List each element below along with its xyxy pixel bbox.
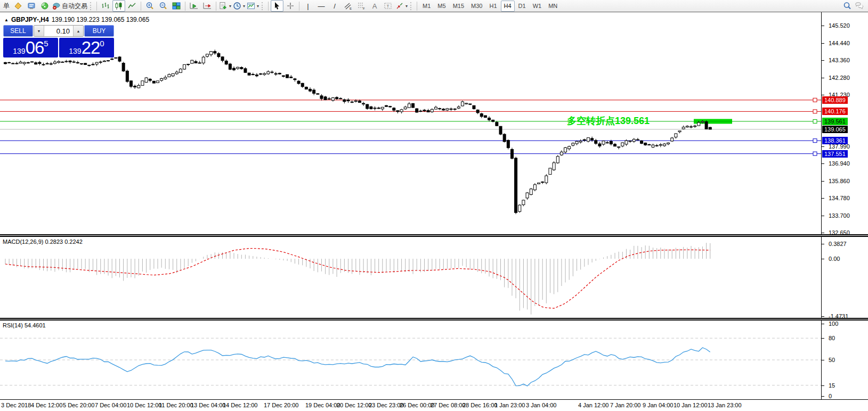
time-label: 4 Jan 12:00: [578, 402, 609, 408]
axis-tick-label: 144.440: [829, 40, 850, 46]
dropdown-caret: ▾: [243, 4, 245, 9]
rsi-line: [5, 348, 710, 386]
axis-tick-mark: [822, 324, 824, 324]
tf-mn[interactable]: MN: [545, 1, 561, 12]
tf-d1[interactable]: D1: [515, 1, 529, 12]
volume-down-button[interactable]: ▼: [34, 26, 44, 36]
autotrade-icon: [52, 2, 61, 10]
tf-w1[interactable]: W1: [530, 1, 545, 12]
axis-tick-mark: [822, 233, 824, 233]
fibonacci-tool[interactable]: F: [355, 0, 368, 12]
terminal-button[interactable]: [25, 0, 38, 12]
zoom-in-button[interactable]: [143, 0, 156, 12]
time-label: 11 Dec 20:00: [159, 402, 193, 408]
line-handle[interactable]: [813, 119, 817, 123]
auto-scroll-button[interactable]: [188, 0, 200, 12]
bar-chart-icon: [101, 2, 110, 10]
menu-fragment-label[interactable]: 单: [2, 2, 11, 11]
time-label: 7 Dec 04:00: [95, 402, 126, 408]
time-label: 1 Jan 23:00: [494, 402, 525, 408]
vertical-line-tool[interactable]: |: [302, 0, 314, 12]
tf-h1[interactable]: H1: [486, 1, 500, 12]
indicators-button[interactable]: ▾: [218, 0, 232, 12]
toolbar-grip[interactable]: [410, 2, 413, 10]
buy-button[interactable]: BUY: [84, 25, 114, 37]
cursor-button[interactable]: [271, 0, 283, 12]
buy-price-tile[interactable]: 139220: [59, 38, 114, 57]
terminal-icon: [27, 2, 36, 10]
bar-chart-button[interactable]: [99, 0, 112, 12]
chart-shift-icon: [203, 2, 212, 10]
price-tag: 137.551: [822, 150, 848, 158]
axis-tick-label: 136.940: [829, 160, 850, 167]
axis-tick-label: 134.780: [829, 195, 850, 201]
time-label: 26 Dec 00:00: [400, 402, 434, 408]
macd-signal-line: [5, 249, 710, 309]
axis-tick-mark: [822, 259, 824, 259]
toolbar-grip[interactable]: [90, 2, 93, 10]
zoom-out-icon: [159, 2, 167, 10]
trend-annotation-text[interactable]: 多空转折点139.561: [567, 114, 650, 127]
arrows-icon: [395, 2, 404, 10]
time-label: 17 Dec 20:00: [264, 402, 298, 408]
new-order-icon: [14, 2, 22, 10]
text-label-tool[interactable]: T: [382, 0, 394, 12]
rsi-chart[interactable]: [0, 320, 821, 399]
templates-button[interactable]: ▾: [246, 0, 259, 12]
tf-h4[interactable]: H4: [501, 1, 515, 12]
sell-price-big: 06: [26, 38, 44, 57]
macd-chart[interactable]: [0, 237, 821, 318]
candlestick-chart-button[interactable]: [112, 0, 125, 12]
tf-m15[interactable]: M15: [450, 1, 467, 12]
chat-icon[interactable]: [855, 2, 863, 10]
sell-price-tile[interactable]: 139065: [3, 38, 58, 57]
toolbar-separator: [96, 2, 97, 11]
line-chart-button[interactable]: [126, 0, 139, 12]
toolbar: 单 自动交易 ▾ ▾ ▾ | — / E F A T ▾ M1 M5 M15 M…: [0, 0, 868, 12]
time-label: 19 Dec 04:00: [305, 402, 340, 408]
new-order-button[interactable]: [12, 0, 25, 12]
periods-button[interactable]: ▾: [232, 0, 246, 12]
indicators-icon: [219, 2, 228, 10]
cursor-icon: [273, 2, 281, 10]
search-icon[interactable]: [843, 2, 851, 10]
ohlc-values: 139.190 139.223 139.065 139.065: [52, 16, 150, 23]
dropdown-caret: ▾: [229, 4, 231, 9]
candlestick-chart-icon: [115, 2, 123, 10]
autotrade-button[interactable]: 自动交易: [52, 0, 88, 12]
chart-shift-button[interactable]: [201, 0, 214, 12]
autotrade-label: 自动交易: [62, 2, 87, 11]
tf-m1[interactable]: M1: [419, 1, 434, 12]
axis-tick-mark: [822, 360, 824, 360]
tile-windows-button[interactable]: [170, 0, 183, 12]
arrows-tool[interactable]: ▾: [395, 0, 408, 12]
equidistant-channel-tool[interactable]: E: [342, 0, 354, 12]
axis-tick-mark: [822, 181, 824, 182]
tf-m5[interactable]: M5: [434, 1, 449, 12]
dropdown-caret: ▾: [405, 4, 408, 9]
crosshair-button[interactable]: [284, 0, 297, 12]
toolbar-separator: [185, 2, 185, 11]
horizontal-line-tool[interactable]: —: [315, 0, 328, 12]
volume-value[interactable]: 0.10: [44, 26, 73, 36]
volume-up-button[interactable]: ▲: [73, 26, 83, 36]
line-handle[interactable]: [813, 98, 817, 102]
trendline-tool[interactable]: /: [328, 0, 341, 12]
zoom-out-button[interactable]: [157, 0, 169, 12]
time-axis: 3 Dec 20184 Dec 12:005 Dec 20:007 Dec 04…: [0, 399, 868, 411]
line-handle[interactable]: [813, 139, 817, 143]
text-tool[interactable]: A: [368, 0, 381, 12]
collapse-triangle-icon[interactable]: ▲: [4, 18, 9, 22]
time-label: 27 Dec 08:00: [431, 402, 465, 408]
line-handle[interactable]: [813, 110, 817, 113]
toolbar-grip[interactable]: [262, 2, 264, 10]
sell-button[interactable]: SELL: [3, 25, 33, 37]
line-handle[interactable]: [813, 152, 817, 155]
axis-tick-mark: [822, 43, 824, 44]
axis-tick-label: 0: [829, 393, 832, 399]
template-icon: [247, 2, 255, 10]
signals-button[interactable]: [38, 0, 51, 12]
signals-icon: [40, 2, 49, 10]
candlestick-chart[interactable]: [0, 12, 821, 234]
tf-m30[interactable]: M30: [468, 1, 485, 12]
